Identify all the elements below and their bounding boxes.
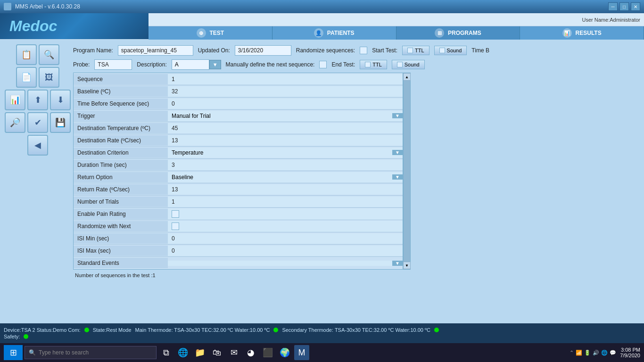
- minimize-button[interactable]: ─: [608, 2, 618, 11]
- desc-dropdown-btn[interactable]: ▼: [209, 60, 221, 69]
- medoc-button[interactable]: M: [294, 345, 309, 360]
- seq-value-sequence[interactable]: 1: [168, 74, 403, 84]
- main-thermode-indicator: [273, 328, 278, 332]
- seq-row-isi-max: ISI Max (sec) 0: [74, 245, 403, 257]
- randomize-next-checkbox[interactable]: [172, 222, 179, 230]
- edge-button[interactable]: 🌐: [175, 345, 190, 360]
- down-button[interactable]: ⬇: [50, 90, 71, 110]
- seq-value-isi-max[interactable]: 0: [168, 246, 403, 256]
- seq-label-pain-rating: Enable Pain Rating: [74, 209, 168, 219]
- window-title: MMS Arbel - v.6.4.0.30.28: [15, 3, 80, 10]
- back-button[interactable]: ◀: [27, 135, 48, 156]
- explorer-button[interactable]: 📁: [192, 345, 207, 360]
- desc-label: Description:: [137, 61, 166, 68]
- seq-label-baseline: Baseline (ºC): [74, 86, 168, 97]
- std-events-dropdown-btn[interactable]: ▼: [392, 261, 403, 266]
- program-name-label: Program Name:: [73, 47, 113, 54]
- seq-value-duration[interactable]: 3: [168, 160, 403, 170]
- pain-rating-checkbox[interactable]: [172, 210, 179, 218]
- sequence-section: Sequence 1 Baseline (ºC) 32 Time Before …: [73, 73, 639, 279]
- trigger-dropdown-btn[interactable]: ▼: [392, 113, 403, 118]
- seq-value-time-before[interactable]: 0: [168, 99, 403, 109]
- search-button[interactable]: 🔍: [39, 44, 59, 65]
- program-name-input[interactable]: [118, 45, 193, 56]
- start-ttl-button[interactable]: TTL: [402, 46, 429, 55]
- sequence-count-label: Number of sequences in the test :1: [73, 272, 639, 279]
- app-icon: [4, 3, 11, 10]
- sequence-scrollbar: ▲ ▼: [403, 73, 411, 270]
- updated-on-input[interactable]: [235, 45, 291, 56]
- seq-value-dest-temp[interactable]: 45: [168, 123, 403, 133]
- start-ttl-checkbox[interactable]: [407, 48, 413, 53]
- seq-label-isi-max: ISI Max (sec): [74, 246, 168, 256]
- dest-criterion-dropdown-btn[interactable]: ▼: [392, 150, 403, 155]
- tab-programs-label: PROGRAMS: [448, 30, 481, 36]
- view-button[interactable]: 📋: [16, 44, 37, 65]
- patients-icon: 👤: [314, 28, 323, 38]
- tray-icon-1: ⌃: [570, 350, 574, 356]
- search-icon: 🔍: [29, 349, 36, 356]
- close-button[interactable]: ✕: [631, 2, 640, 11]
- seq-value-isi-min[interactable]: 0: [168, 233, 403, 244]
- chrome-button[interactable]: ◕: [243, 345, 258, 360]
- start-sound-button[interactable]: Sound: [434, 46, 467, 55]
- system-tray: ⌃ 📶 🔋 🔊 🌐 💬: [570, 350, 616, 356]
- tab-test-label: TEST: [210, 30, 224, 36]
- tray-icon-2: 📶: [576, 350, 582, 356]
- start-sound-checkbox[interactable]: [439, 48, 445, 53]
- save-button[interactable]: 💾: [50, 112, 71, 133]
- maximize-button[interactable]: □: [619, 2, 629, 11]
- clock: 3:08 PM 7/9/2020: [620, 347, 640, 358]
- probe-input[interactable]: [94, 59, 132, 70]
- mail-button[interactable]: ✉: [226, 345, 241, 360]
- randomize-label: Randomize sequences:: [296, 47, 355, 54]
- tab-patients-label: PATIENTS: [327, 30, 355, 36]
- end-ttl-button[interactable]: TTL: [360, 60, 387, 69]
- globe-button[interactable]: 🌍: [277, 345, 292, 360]
- scroll-down-btn[interactable]: ▼: [403, 262, 411, 269]
- up-button[interactable]: ⬆: [27, 90, 48, 110]
- end-sound-checkbox[interactable]: [397, 62, 403, 67]
- seq-value-num-trials[interactable]: 1: [168, 197, 403, 207]
- seq-row-time-before: Time Before Sequence (sec) 0: [74, 98, 403, 110]
- seq-label-isi-min: ISI Min (sec): [74, 233, 168, 244]
- seq-dropdown-return-option: Baseline ▼: [168, 172, 403, 182]
- desc-input[interactable]: [172, 59, 209, 70]
- taskbar: ⊞ 🔍 Type here to search ⧉ 🌐 📁 🛍 ✉ ◕ ⬛ 🌍 …: [0, 343, 644, 362]
- tray-icon-4: 🔊: [593, 350, 599, 356]
- seq-row-sequence: Sequence 1: [74, 73, 403, 85]
- store-button[interactable]: 🛍: [209, 345, 224, 360]
- status-row-1: Device:TSA 2 Status:Demo Com: State:Rest…: [4, 327, 640, 333]
- search-box[interactable]: 🔍 Type here to search: [25, 346, 157, 359]
- img-button[interactable]: 🖼: [39, 67, 59, 88]
- seq-value-return-rate[interactable]: 13: [168, 184, 403, 195]
- seq-value-baseline[interactable]: 32: [168, 86, 403, 97]
- status-bar: Device:TSA 2 Status:Demo Com: State:Rest…: [0, 323, 644, 343]
- seq-row-num-trials: Number of Trials 1: [74, 196, 403, 208]
- check-button[interactable]: ✔: [27, 112, 48, 133]
- seq-row-std-events: Standard Events ▼: [74, 257, 403, 269]
- date-display: 7/9/2020: [620, 353, 640, 358]
- end-ttl-checkbox[interactable]: [365, 62, 371, 67]
- tab-results-label: RESULTS: [576, 30, 602, 36]
- tab-test[interactable]: ⊕ TEST: [149, 26, 272, 40]
- scroll-up-btn[interactable]: ▲: [403, 73, 411, 81]
- tab-results[interactable]: 📊 RESULTS: [520, 26, 644, 40]
- tab-patients[interactable]: 👤 PATIENTS: [272, 26, 396, 40]
- com-indicator: [84, 328, 89, 332]
- seq-row-isi-min: ISI Min (sec) 0: [74, 232, 403, 245]
- taskview-button[interactable]: ⧉: [158, 345, 173, 360]
- zoom-button[interactable]: 🔎: [5, 112, 25, 133]
- manually-checkbox[interactable]: [319, 61, 327, 68]
- chart-button[interactable]: 📊: [5, 90, 25, 110]
- doc-button[interactable]: 📄: [16, 67, 37, 88]
- cmd-button[interactable]: ⬛: [260, 345, 275, 360]
- start-menu-button[interactable]: ⊞: [4, 345, 23, 360]
- randomize-checkbox[interactable]: [360, 47, 367, 54]
- logo-area: Medoc: [0, 13, 149, 39]
- end-sound-button[interactable]: Sound: [392, 60, 425, 69]
- seq-value-dest-rate[interactable]: 13: [168, 135, 403, 146]
- manually-label: Manually define the next sequence:: [226, 61, 315, 68]
- return-option-dropdown-btn[interactable]: ▼: [392, 174, 403, 180]
- tab-programs[interactable]: ⊞ PROGRAMS: [396, 26, 520, 40]
